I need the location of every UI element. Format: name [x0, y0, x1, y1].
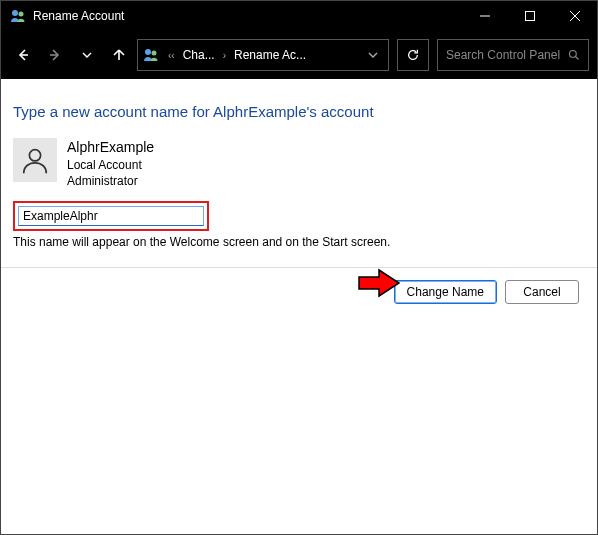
account-role: Administrator — [67, 173, 154, 189]
svg-point-0 — [12, 10, 18, 16]
svg-point-1 — [19, 12, 24, 17]
content-area: Type a new account name for AlphrExample… — [1, 79, 597, 534]
chevron-left-icon[interactable]: ‹‹ — [164, 50, 179, 61]
user-accounts-icon — [142, 46, 160, 64]
avatar — [13, 138, 57, 182]
address-bar[interactable]: ‹‹ Cha... › Rename Ac... — [137, 39, 389, 71]
svg-point-3 — [145, 49, 151, 55]
window-controls — [462, 1, 597, 31]
address-dropdown-button[interactable] — [362, 50, 384, 60]
svg-rect-2 — [525, 12, 534, 21]
account-name: AlphrExample — [67, 138, 154, 157]
cancel-button[interactable]: Cancel — [505, 280, 579, 304]
window-title: Rename Account — [33, 9, 462, 23]
account-type: Local Account — [67, 157, 154, 173]
input-highlight — [13, 201, 209, 231]
account-info: AlphrExample Local Account Administrator — [67, 138, 154, 189]
hint-text: This name will appear on the Welcome scr… — [13, 235, 585, 249]
recent-locations-button[interactable] — [73, 39, 101, 71]
breadcrumb-item[interactable]: Cha... — [183, 48, 215, 62]
user-accounts-icon — [9, 7, 27, 25]
account-summary: AlphrExample Local Account Administrator — [13, 138, 585, 189]
search-icon — [568, 49, 580, 61]
chevron-right-icon[interactable]: › — [219, 50, 230, 61]
titlebar: Rename Account — [1, 1, 597, 31]
close-button[interactable] — [552, 1, 597, 31]
window: Rename Account — [0, 0, 598, 535]
button-row: Change Name Cancel — [13, 280, 585, 304]
forward-button[interactable] — [41, 39, 69, 71]
page-heading: Type a new account name for AlphrExample… — [13, 103, 585, 120]
breadcrumb-item[interactable]: Rename Ac... — [234, 48, 306, 62]
new-account-name-input[interactable] — [18, 206, 204, 226]
divider — [1, 267, 597, 268]
search-input[interactable]: Search Control Panel — [437, 39, 589, 71]
svg-point-5 — [570, 51, 577, 58]
change-name-button[interactable]: Change Name — [394, 280, 497, 304]
navigation-bar: ‹‹ Cha... › Rename Ac... Search Control … — [1, 31, 597, 79]
svg-point-6 — [29, 150, 40, 161]
back-button[interactable] — [9, 39, 37, 71]
annotation-arrow-icon — [357, 268, 401, 298]
maximize-button[interactable] — [507, 1, 552, 31]
refresh-button[interactable] — [397, 39, 429, 71]
up-button[interactable] — [105, 39, 133, 71]
minimize-button[interactable] — [462, 1, 507, 31]
svg-point-4 — [152, 51, 157, 56]
search-placeholder: Search Control Panel — [446, 48, 560, 62]
